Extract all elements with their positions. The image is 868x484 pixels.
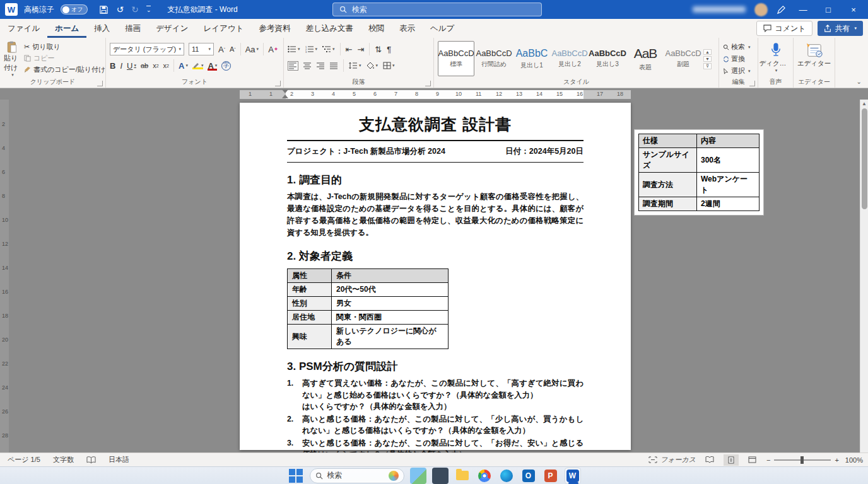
align-center-button[interactable] xyxy=(303,62,312,69)
style-title[interactable]: AaB 表題 xyxy=(627,41,664,76)
text-effects-button[interactable]: A▾ xyxy=(179,61,188,71)
font-dialog-launcher-icon[interactable] xyxy=(275,81,281,86)
zoom-in-icon[interactable]: + xyxy=(835,456,838,464)
editing-dialog-launcher-icon[interactable] xyxy=(749,81,755,86)
taskbar-edge-icon[interactable] xyxy=(498,468,515,484)
taskbar-search-input[interactable]: 検索 xyxy=(310,468,404,483)
customize-qat-icon[interactable]: ⌄ xyxy=(146,6,151,13)
taskbar-chrome-icon[interactable] xyxy=(476,468,493,484)
document-page[interactable]: 支払意欲調査 設計書 プロジェクト：J-Tech 新製品市場分析 2024 日付… xyxy=(240,103,631,450)
zoom-out-icon[interactable]: − xyxy=(766,456,770,464)
subscript-button[interactable]: x2 xyxy=(153,62,158,69)
tab-mailings[interactable]: 差し込み文書 xyxy=(298,19,361,38)
styles-scroll-up-icon[interactable]: ▲ xyxy=(703,49,712,55)
editor-button[interactable]: エディター xyxy=(797,41,831,68)
tab-insert[interactable]: 挿入 xyxy=(86,19,117,38)
read-mode-button[interactable] xyxy=(702,454,717,466)
sort-button[interactable]: ⇅ xyxy=(375,45,382,54)
tab-view[interactable]: 表示 xyxy=(392,19,423,38)
highlight-color-button[interactable]: ▾ xyxy=(192,62,204,69)
zoom-level[interactable]: 100% xyxy=(845,456,863,464)
replace-button[interactable]: 置換 xyxy=(723,53,754,65)
grow-font-button[interactable]: Aˆ xyxy=(218,45,225,54)
shading-button[interactable]: ▾ xyxy=(367,62,378,69)
word-count[interactable]: 文字数 xyxy=(53,455,74,464)
select-button[interactable]: 選択▾ xyxy=(723,65,754,77)
align-left-button[interactable] xyxy=(288,61,298,71)
minimize-button[interactable]: — xyxy=(795,5,811,14)
language-indicator[interactable]: 日本語 xyxy=(108,455,129,464)
horizontal-ruler[interactable]: 1 1 2 3 4 5 6 7 8 9 10 11 12 13 14 15 16… xyxy=(0,89,860,100)
vertical-scrollbar[interactable]: ▲ xyxy=(860,100,868,452)
vertical-ruler[interactable]: 2 4 6 8 10 12 14 16 18 20 22 24 26 28 xyxy=(0,100,9,452)
change-case-button[interactable]: Aa▾ xyxy=(245,45,259,54)
font-color-button[interactable]: A▾ xyxy=(208,61,217,71)
multilevel-list-button[interactable]: ▾ xyxy=(322,45,335,53)
scrollbar-thumb[interactable] xyxy=(862,108,867,209)
italic-button[interactable]: I xyxy=(120,61,122,71)
tab-home[interactable]: ホーム xyxy=(47,19,86,38)
collapse-ribbon-icon[interactable]: ⌄ xyxy=(857,78,862,85)
maximize-button[interactable]: □ xyxy=(820,5,836,14)
strikethrough-button[interactable]: ab xyxy=(141,62,148,69)
taskbar-desktop-app-icon[interactable] xyxy=(432,468,449,484)
avatar[interactable] xyxy=(754,3,768,16)
style-no-spacing[interactable]: AaBbCcD 行間詰め xyxy=(476,41,512,76)
borders-button[interactable]: ▾ xyxy=(383,62,395,69)
taskbar-widgets-icon[interactable] xyxy=(410,468,426,484)
dictate-button[interactable]: ディクテーション ▾ xyxy=(762,41,789,73)
zoom-slider-thumb[interactable] xyxy=(801,456,804,464)
cut-button[interactable]: ✂ 切り取り xyxy=(24,42,105,52)
underline-button[interactable]: U▾ xyxy=(127,61,136,71)
decrease-indent-button[interactable]: ⇤ xyxy=(346,45,353,54)
tab-help[interactable]: ヘルプ xyxy=(423,19,462,38)
bold-button[interactable]: B xyxy=(110,61,115,71)
styles-scroll-down-icon[interactable]: ▼ xyxy=(703,56,712,62)
tab-design[interactable]: デザイン xyxy=(148,19,196,38)
style-heading3[interactable]: AaBbCcD 見出し3 xyxy=(589,41,626,76)
tab-review[interactable]: 校閲 xyxy=(361,19,392,38)
taskbar-file-explorer-icon[interactable] xyxy=(454,468,471,484)
tab-file[interactable]: ファイル xyxy=(0,19,47,38)
clear-formatting-button[interactable]: A✦ xyxy=(268,45,278,54)
share-button[interactable]: 共有 ▾ xyxy=(818,21,863,36)
align-right-button[interactable] xyxy=(317,62,325,69)
increase-indent-button[interactable]: ⇥ xyxy=(357,45,364,54)
tab-draw[interactable]: 描画 xyxy=(117,19,148,38)
close-button[interactable]: × xyxy=(845,5,862,14)
comments-button[interactable]: コメント xyxy=(756,21,812,36)
font-name-select[interactable]: データリ (フラップ)▾ xyxy=(110,43,184,55)
style-heading2[interactable]: AaBbCcD 見出し2 xyxy=(551,41,588,76)
undo-button[interactable]: ↺ xyxy=(116,4,124,14)
taskbar-outlook-icon[interactable]: O xyxy=(520,468,537,484)
line-spacing-button[interactable]: ▾ xyxy=(349,62,361,69)
format-painter-button[interactable]: 書式のコピー/貼り付け xyxy=(24,65,105,74)
enclose-characters-button[interactable]: 字 xyxy=(221,61,231,71)
pen-mode-icon[interactable] xyxy=(777,5,786,14)
autosave-toggle[interactable]: オフ xyxy=(61,4,88,14)
superscript-button[interactable]: x2 xyxy=(163,62,169,69)
style-normal[interactable]: AaBbCcD 標準 xyxy=(438,41,474,76)
font-size-select[interactable]: 11▾ xyxy=(189,43,214,55)
justify-button[interactable] xyxy=(330,62,338,69)
shrink-font-button[interactable]: Aˇ xyxy=(230,45,236,53)
paragraph-dialog-launcher-icon[interactable] xyxy=(425,81,431,86)
proofing-book-icon[interactable] xyxy=(86,456,96,464)
start-button[interactable] xyxy=(288,468,304,484)
style-heading1[interactable]: AaBbC 見出し1 xyxy=(513,41,550,76)
copy-button[interactable]: コピー xyxy=(24,54,105,63)
scroll-up-icon[interactable]: ▲ xyxy=(860,101,868,107)
taskbar-powerpoint-icon[interactable]: P xyxy=(542,468,559,484)
clipboard-dialog-launcher-icon[interactable] xyxy=(97,81,103,86)
spec-side-table[interactable]: 仕様 内容 サンプルサイズ300名 調査方法Webアンケート 調査期間2週間 xyxy=(634,129,764,216)
tab-references[interactable]: 参考資料 xyxy=(251,19,298,38)
bullet-list-button[interactable]: ▾ xyxy=(288,45,300,53)
redo-button[interactable]: ↻ xyxy=(131,4,139,14)
show-paragraph-marks-button[interactable]: ¶ xyxy=(387,45,391,54)
style-subtitle[interactable]: AaBbCcD 副題 xyxy=(665,41,701,76)
tab-layout[interactable]: レイアウト xyxy=(196,19,251,38)
find-button[interactable]: 検索▾ xyxy=(723,41,754,53)
numbered-list-button[interactable]: 123 ▾ xyxy=(305,45,318,53)
focus-mode-button[interactable]: フォーカス xyxy=(648,455,696,464)
search-input[interactable]: 検索 xyxy=(332,3,542,16)
